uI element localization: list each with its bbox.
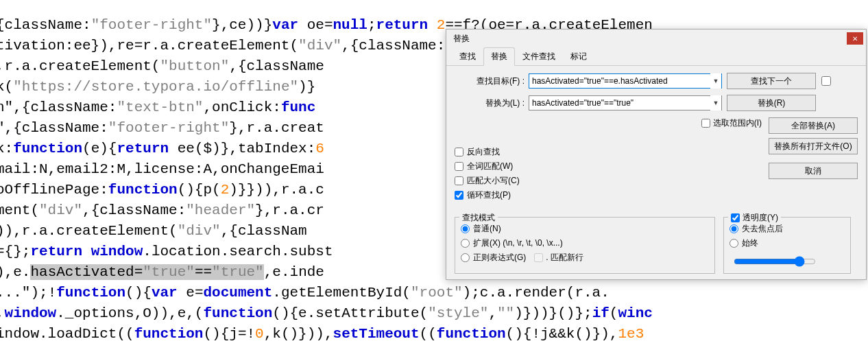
- search-mode-group: 查找模式 普通(N) 扩展(X) (\n, \r, \t, \0, \x...)…: [455, 217, 715, 274]
- dialog-title-bar[interactable]: 替换 ✕: [446, 30, 866, 47]
- wrap-label: 循环查找(P): [467, 189, 511, 201]
- radio-extended[interactable]: [461, 239, 470, 248]
- opacity-group: 透明度(Y) 失去焦点后 始终: [723, 217, 851, 274]
- dialog-tabs: 查找 替换 文件查找 标记: [446, 47, 866, 66]
- radio-lose-focus-label: 失去焦点后: [742, 223, 783, 235]
- radio-always[interactable]: [730, 239, 738, 248]
- match-newline-label: . 匹配新行: [546, 252, 583, 264]
- radio-normal-label: 普通(N): [473, 223, 501, 235]
- opacity-title: 透明度(Y): [728, 212, 781, 224]
- replace-with-label: 替换为(L) :: [455, 97, 529, 109]
- radio-extended-label: 扩展(X) (\n, \r, \t, \0, \x...): [473, 237, 563, 249]
- dialog-title: 替换: [453, 33, 847, 45]
- match-newline-checkbox: [534, 253, 543, 262]
- button-column: 全部替换(A) 替换所有打开文件(O) 取消: [769, 78, 858, 183]
- replace-all-open-button[interactable]: 替换所有打开文件(O): [769, 138, 858, 154]
- replace-all-button[interactable]: 全部替换(A): [769, 117, 858, 134]
- tab-mark[interactable]: 标记: [563, 47, 594, 66]
- in-range-checkbox[interactable]: [701, 119, 710, 128]
- reverse-label: 反向查找: [467, 146, 500, 158]
- radio-regex-label: 正则表达式(G): [473, 252, 526, 264]
- tab-filesearch[interactable]: 文件查找: [515, 47, 563, 66]
- search-target-input[interactable]: [529, 73, 722, 89]
- opacity-checkbox[interactable]: [731, 213, 740, 222]
- close-icon: ✕: [852, 35, 858, 43]
- search-mode-title: 查找模式: [459, 212, 498, 224]
- tab-replace[interactable]: 替换: [483, 47, 515, 66]
- match-case-checkbox[interactable]: [455, 176, 463, 185]
- radio-lose-focus[interactable]: [730, 224, 738, 233]
- wrap-checkbox[interactable]: [455, 191, 463, 200]
- tab-search[interactable]: 查找: [452, 47, 483, 66]
- in-range-label: 选取范围内(I): [713, 117, 762, 129]
- option-checks: 反向查找 全词匹配(W) 匹配大小写(C) 循环查找(P): [455, 146, 520, 204]
- replace-dialog: 替换 ✕ 查找 替换 文件查找 标记 查找目标(F) : ▼ 查找下一个 替换为…: [446, 29, 867, 280]
- whole-word-label: 全词匹配(W): [467, 161, 513, 172]
- close-button[interactable]: ✕: [847, 32, 863, 45]
- opacity-slider[interactable]: [734, 256, 816, 267]
- radio-normal[interactable]: [461, 224, 470, 233]
- cancel-button[interactable]: 取消: [769, 163, 858, 179]
- reverse-checkbox[interactable]: [455, 148, 463, 156]
- match-case-label: 匹配大小写(C): [467, 175, 520, 187]
- radio-always-label: 始终: [742, 237, 758, 249]
- in-range-check: 选取范围内(I): [701, 117, 762, 129]
- dialog-body: 查找目标(F) : ▼ 查找下一个 替换为(L) : ▼ 替换(R) 选取范围内…: [446, 66, 866, 124]
- replace-with-input[interactable]: [529, 95, 722, 110]
- radio-regex[interactable]: [461, 253, 470, 262]
- whole-word-checkbox[interactable]: [455, 162, 463, 171]
- search-target-label: 查找目标(F) :: [455, 75, 529, 87]
